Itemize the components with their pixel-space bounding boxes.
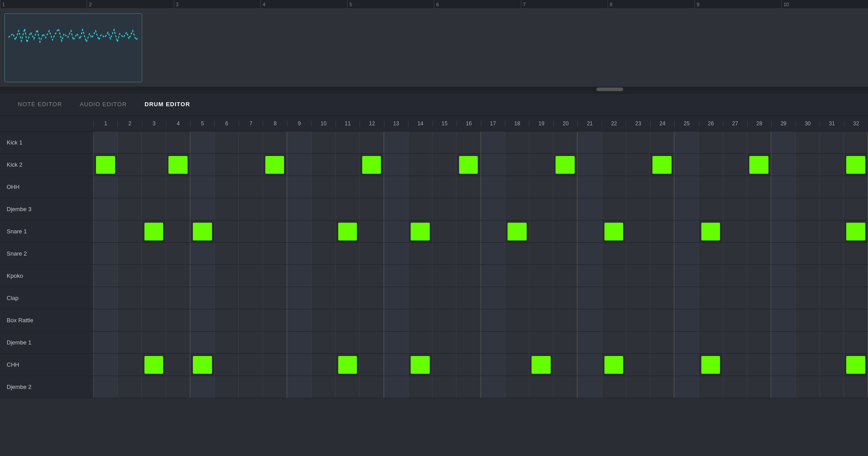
drum-cell[interactable] — [166, 198, 190, 220]
drum-cell[interactable] — [626, 376, 650, 398]
drum-cell[interactable] — [408, 176, 432, 198]
drum-cell[interactable] — [771, 176, 795, 198]
drum-cell[interactable] — [287, 265, 311, 287]
drum-cell[interactable] — [529, 265, 553, 287]
drum-cell[interactable] — [481, 154, 505, 176]
drum-cell[interactable] — [674, 309, 698, 331]
drum-cell[interactable] — [359, 287, 384, 309]
drum-cell[interactable] — [117, 176, 141, 198]
drum-cell[interactable] — [505, 132, 529, 153]
drum-cell[interactable] — [263, 176, 287, 198]
drum-cell[interactable] — [844, 132, 868, 153]
drum-cell[interactable] — [820, 287, 844, 309]
drum-cell[interactable] — [166, 176, 190, 198]
drum-cell[interactable] — [529, 220, 553, 242]
drum-cell[interactable] — [190, 332, 214, 353]
drum-cell[interactable] — [214, 198, 238, 220]
drum-cell[interactable] — [456, 309, 480, 331]
drum-cell[interactable] — [698, 376, 722, 398]
drum-cell[interactable] — [795, 376, 819, 398]
drum-cell[interactable] — [408, 220, 432, 242]
drum-cell[interactable] — [141, 154, 165, 176]
drum-cell[interactable] — [432, 154, 456, 176]
drum-cell[interactable] — [141, 376, 165, 398]
drum-cell[interactable] — [723, 220, 747, 242]
drum-cell[interactable] — [844, 220, 868, 242]
drum-cell[interactable] — [432, 220, 456, 242]
drum-cell[interactable] — [674, 265, 698, 287]
drum-cell[interactable] — [481, 332, 505, 353]
drum-cell[interactable] — [263, 287, 287, 309]
drum-cell[interactable] — [335, 265, 359, 287]
drum-cell[interactable] — [214, 332, 238, 353]
drum-cell[interactable] — [795, 154, 819, 176]
drum-cell[interactable] — [456, 132, 480, 153]
drum-cell[interactable] — [820, 354, 844, 376]
drum-cell[interactable] — [771, 198, 795, 220]
drum-cell[interactable] — [432, 243, 456, 264]
drum-cell[interactable] — [238, 220, 262, 242]
drum-cell[interactable] — [384, 309, 408, 331]
drum-cell[interactable] — [311, 132, 335, 153]
drum-cell[interactable] — [529, 154, 553, 176]
drum-cell[interactable] — [553, 287, 577, 309]
drum-cell[interactable] — [771, 287, 795, 309]
drum-cell[interactable] — [723, 332, 747, 353]
drum-cell[interactable] — [93, 243, 117, 264]
drum-cell[interactable] — [553, 198, 577, 220]
drum-cell[interactable] — [166, 354, 190, 376]
drum-cell[interactable] — [553, 332, 577, 353]
drum-cell[interactable] — [93, 265, 117, 287]
drum-cell[interactable] — [335, 376, 359, 398]
drum-cell[interactable] — [93, 309, 117, 331]
drum-cell[interactable] — [263, 376, 287, 398]
drum-cell[interactable] — [335, 287, 359, 309]
drum-cell[interactable] — [650, 243, 674, 264]
drum-cell[interactable] — [626, 354, 650, 376]
drum-cell[interactable] — [650, 287, 674, 309]
drum-cell[interactable] — [214, 376, 238, 398]
drum-cell[interactable] — [602, 220, 626, 242]
drum-cell[interactable] — [771, 243, 795, 264]
drum-cell[interactable] — [505, 220, 529, 242]
drum-cell[interactable] — [311, 309, 335, 331]
drum-cell[interactable] — [263, 332, 287, 353]
drum-cell[interactable] — [117, 376, 141, 398]
drum-cell[interactable] — [166, 243, 190, 264]
drum-cell[interactable] — [311, 243, 335, 264]
drum-cell[interactable] — [505, 176, 529, 198]
drum-cell[interactable] — [311, 220, 335, 242]
drum-cell[interactable] — [335, 309, 359, 331]
drum-cell[interactable] — [335, 198, 359, 220]
drum-cell[interactable] — [723, 132, 747, 153]
drum-cell[interactable] — [335, 354, 359, 376]
drum-cell[interactable] — [190, 354, 214, 376]
drum-cell[interactable] — [287, 176, 311, 198]
drum-cell[interactable] — [577, 376, 601, 398]
drum-cell[interactable] — [602, 132, 626, 153]
drum-cell[interactable] — [93, 354, 117, 376]
drum-cell[interactable] — [238, 132, 262, 153]
drum-cell[interactable] — [287, 154, 311, 176]
drum-cell[interactable] — [698, 220, 722, 242]
drum-cell[interactable] — [287, 198, 311, 220]
drum-cell[interactable] — [626, 287, 650, 309]
drum-cell[interactable] — [747, 132, 771, 153]
drum-cell[interactable] — [674, 154, 698, 176]
drum-cell[interactable] — [747, 176, 771, 198]
drum-cell[interactable] — [432, 376, 456, 398]
drum-cell[interactable] — [771, 154, 795, 176]
drum-cell[interactable] — [795, 265, 819, 287]
drum-cell[interactable] — [117, 132, 141, 153]
drum-cell[interactable] — [698, 265, 722, 287]
drum-cell[interactable] — [214, 265, 238, 287]
drum-cell[interactable] — [359, 376, 384, 398]
drum-cell[interactable] — [384, 265, 408, 287]
drum-cell[interactable] — [456, 220, 480, 242]
drum-cell[interactable] — [456, 332, 480, 353]
drum-cell[interactable] — [481, 287, 505, 309]
drum-cell[interactable] — [723, 309, 747, 331]
drum-cell[interactable] — [263, 220, 287, 242]
drum-cell[interactable] — [238, 154, 262, 176]
drum-cell[interactable] — [190, 132, 214, 153]
